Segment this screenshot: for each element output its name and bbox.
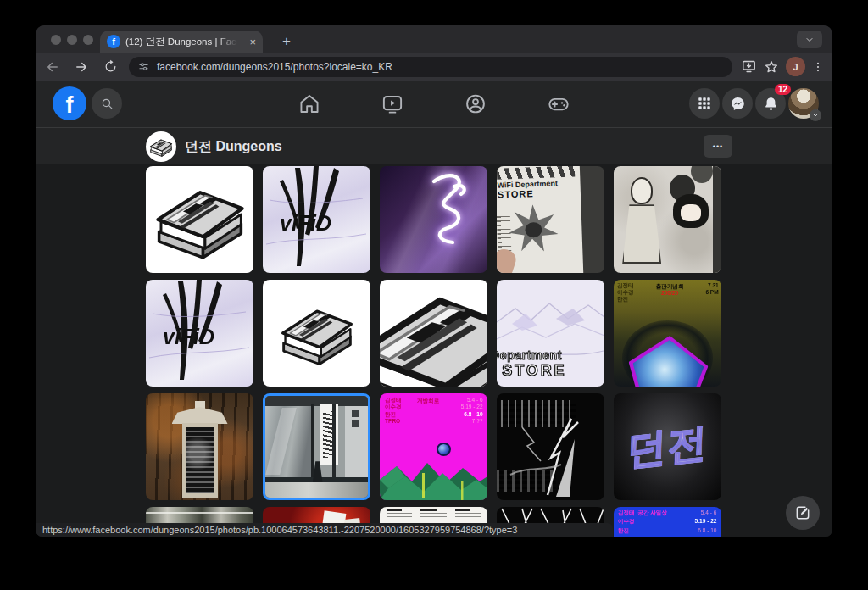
artist-names: 김정태 이수경 한진 TPRO	[385, 397, 402, 426]
back-arrow-icon	[45, 59, 60, 75]
tab-title: (12) 던전 Dungeons | Faceboo	[125, 36, 237, 48]
photo-book-launch-poster[interactable]: 김정태 이수경 한진 출판기념회 200/20 7.31 6 PM	[614, 280, 721, 387]
browser-toolbar: facebook.com/dungeons2015/photos?locale=…	[36, 53, 832, 81]
facebook-favicon-icon: f	[107, 35, 120, 48]
pixel-book-avatar-icon	[148, 134, 174, 159]
artist-name: 김정태	[618, 509, 635, 515]
tab-close-button[interactable]: ×	[249, 36, 256, 47]
photo-store-flyer[interactable]: WiFi Department STORE	[497, 166, 604, 273]
close-window-button[interactable]	[51, 35, 61, 45]
photo-pixel-book-2[interactable]	[263, 280, 370, 387]
photo-manga-drawing[interactable]	[614, 166, 721, 273]
reload-button[interactable]	[98, 55, 122, 79]
facebook-center-nav	[298, 81, 570, 127]
edit-pencil-icon	[794, 504, 811, 521]
toolbar-actions: J	[741, 57, 824, 76]
photo-pixel-book-closeup[interactable]	[380, 280, 487, 387]
gaming-icon[interactable]	[548, 92, 570, 115]
zoom-window-button[interactable]	[83, 35, 93, 45]
apps-menu-button[interactable]	[689, 88, 720, 119]
pixel-book-closeup-icon	[380, 280, 487, 387]
photo-forest-monument[interactable]	[146, 393, 253, 500]
poster-header: 김정태 이수경 한진 출판기념회 200/20 7.31 6 PM	[617, 282, 719, 303]
door-frame-2	[332, 404, 336, 486]
photo-ink-drawing-2[interactable]	[146, 280, 253, 387]
bell-icon	[763, 96, 779, 112]
chrome-dungeon-text: 던전	[626, 416, 709, 478]
text-column	[387, 512, 412, 524]
browser-profile-avatar[interactable]: J	[786, 57, 805, 76]
browser-window: f (12) 던전 Dungeons | Faceboo × + faceboo…	[36, 25, 832, 537]
store-text: STORE	[502, 362, 566, 380]
compose-button[interactable]	[786, 496, 820, 530]
text-column	[455, 512, 481, 524]
new-tab-button[interactable]: +	[276, 31, 297, 52]
grid-menu-icon	[697, 96, 712, 111]
browser-tab[interactable]: f (12) 던전 Dungeons | Faceboo ×	[100, 31, 263, 53]
date: 6.8 - 10	[698, 527, 716, 535]
photo-open-circuit-poster[interactable]: 김정태 이수경 한진 TPRO 개방회로 5.4 - 6 5.19 - 226.…	[380, 393, 487, 500]
artist-names: 김정태 이수경 한진	[617, 282, 634, 303]
photos-grid-area: WiFi Department STORE	[36, 164, 832, 537]
store-text-block: Department STORE	[497, 348, 566, 380]
photo-glitch-art[interactable]	[497, 393, 604, 500]
ink-spikes-art	[146, 280, 253, 387]
photo-department-store[interactable]: Department STORE	[497, 280, 604, 387]
photo-chrome-logo[interactable]: 던전	[614, 393, 721, 500]
address-bar[interactable]: facebook.com/dungeons2015/photos?locale=…	[129, 57, 732, 77]
notification-badge: 12	[775, 84, 791, 95]
flyer-line2: STORE	[498, 186, 576, 199]
photo-storefront-selected[interactable]	[263, 393, 370, 500]
photo-neon-sign[interactable]	[380, 166, 487, 273]
date: 5.4 - 6	[701, 509, 717, 517]
photo-pixel-book[interactable]	[146, 166, 253, 273]
pixel-book-icon	[276, 292, 358, 374]
page-avatar[interactable]	[146, 131, 176, 162]
facebook-search-button[interactable]	[92, 88, 122, 119]
bookmark-star-icon[interactable]	[764, 59, 779, 75]
exhibition-dates: 5.4 - 6 5.19 - 226.8 - 107.??	[461, 397, 483, 426]
event-count: 200/20	[656, 290, 684, 296]
page-more-button[interactable]: •••	[704, 135, 732, 158]
back-button[interactable]	[41, 55, 64, 79]
poster-title: 개방회로	[417, 397, 439, 404]
storefront-photo	[265, 396, 368, 498]
notifications-button[interactable]: 12	[755, 88, 786, 119]
minimize-window-button[interactable]	[67, 35, 77, 45]
messenger-button[interactable]	[722, 88, 753, 119]
forward-button[interactable]	[70, 55, 93, 79]
dark-edge	[713, 166, 721, 273]
girl-face	[681, 204, 701, 221]
artist-name: 이수경	[618, 518, 635, 526]
poster-title: 공간 사일상	[637, 509, 667, 515]
groups-icon[interactable]	[465, 92, 487, 115]
watch-icon[interactable]	[381, 92, 404, 115]
reload-icon	[103, 59, 118, 74]
page-title[interactable]: 던전 Dungeons	[185, 138, 282, 156]
status-url: https://www.facebook.com/dungeons2015/ph…	[36, 525, 517, 535]
glitch-streaks	[497, 393, 604, 500]
site-settings-icon	[137, 60, 150, 73]
photo-partial-blue-poster[interactable]: 김정태 공간 사일상5.4 - 6 이수경5.19 - 22 한진6.8 - 1…	[614, 507, 721, 537]
date: 5.19 - 22	[695, 518, 717, 526]
graffiti-header	[497, 166, 575, 180]
monument-artwork	[186, 427, 214, 493]
facebook-logo[interactable]: f	[53, 86, 86, 120]
ink-spikes-art	[263, 166, 370, 273]
url-text: facebook.com/dungeons2015/photos?locale=…	[157, 61, 392, 73]
tab-list-button[interactable]	[797, 31, 822, 48]
home-icon[interactable]	[298, 92, 321, 115]
green-mountains	[380, 451, 487, 500]
browser-menu-icon[interactable]	[812, 60, 824, 74]
photo-ink-drawing[interactable]	[263, 166, 370, 273]
side-wall	[345, 406, 368, 481]
event-datetime: 7.31 6 PM	[705, 282, 718, 303]
install-app-icon[interactable]	[741, 58, 757, 75]
storefront-lintel	[265, 396, 368, 406]
facebook-profile-avatar[interactable]	[788, 88, 819, 119]
character-art	[508, 203, 559, 254]
chevron-down-icon	[804, 35, 815, 45]
forward-arrow-icon	[74, 59, 89, 75]
artist-name: 한진	[618, 527, 629, 535]
facebook-top-nav: f	[36, 81, 832, 127]
